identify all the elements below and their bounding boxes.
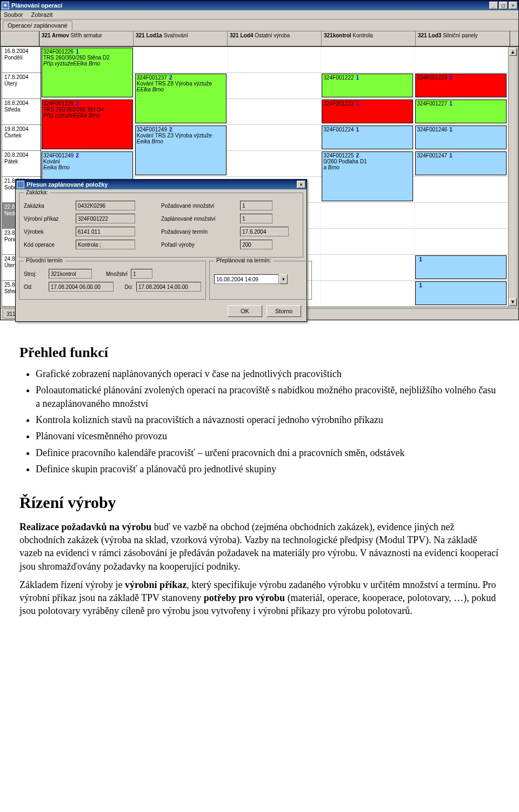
col-header[interactable]: 321 Lod4 Ostatní výroba	[228, 31, 322, 46]
field-opcode: Kontrola ;	[76, 240, 135, 249]
operation-block[interactable]: 324F0012461	[415, 126, 507, 149]
field-machine: 321kontrol	[49, 269, 92, 279]
document-body: Přehled funkcí Grafické zobrazení naplán…	[0, 320, 519, 649]
operation-block[interactable]: 324F0012241	[322, 126, 413, 149]
scroll-up-icon[interactable]: ▲	[509, 48, 517, 56]
field-planned-qty: 1	[240, 214, 272, 223]
planning-app-window: ✦ Plánování operací _ □ × Soubor Zobrazi…	[0, 0, 519, 320]
row-header[interactable]: 20.8.2004Pátek	[2, 151, 41, 177]
dialog-close-button[interactable]: ×	[297, 181, 305, 188]
operation-block[interactable]: 324F0012282TRS 260/350/260 Štít D4Příp.v…	[42, 100, 133, 149]
dialog-titlebar: Přesun zaplánované položky ×	[16, 180, 307, 189]
list-item: Definice pracovního kalendáře pracovišť …	[36, 446, 500, 459]
datetime-picker[interactable]: 16.08.2004 14:09 ▾	[214, 274, 288, 284]
field-product: 6141 011	[76, 227, 135, 236]
operation-block[interactable]: 324F0012231	[415, 74, 507, 97]
chevron-down-icon[interactable]: ▾	[279, 274, 288, 284]
operation-block[interactable]: 324F0012492Kování TRS Z3 Výroba výztužeE…	[135, 126, 227, 175]
label-product: Výrobek	[24, 229, 72, 235]
operation-block[interactable]: 324F0012372Kování TRS Z8 Výroba výztužeE…	[135, 74, 227, 123]
list-item: Poloautomatické plánování zvolených oper…	[36, 384, 500, 410]
col-header[interactable]: 321kontrol Kontrola	[322, 31, 416, 46]
menubar: Soubor Zobrazit	[1, 10, 518, 19]
operation-block[interactable]: 324F0012261TRS 260/350/260 Stěna D2Příp.…	[42, 48, 133, 97]
label-req-qty: Požadované množství	[161, 203, 237, 209]
window-title: Plánování operací	[11, 2, 489, 9]
ok-button[interactable]: OK	[228, 305, 262, 317]
dialog-title: Přesun zaplánované položky	[26, 181, 297, 188]
move-planned-item-dialog: Přesun zaplánované položky × Zakázka: Za…	[15, 179, 307, 322]
group-order: Zakázka: Zakázka 0432K0296 Výrobní příka…	[19, 193, 303, 258]
column-headers: 321 Armov Stříh armatur 321 Lod1a Svařov…	[1, 31, 518, 47]
paragraph: Realizace požadavků na výrobu buď ve vaz…	[19, 520, 500, 573]
header-corner	[1, 31, 39, 46]
operation-block[interactable]: 324F0012271	[415, 100, 507, 123]
app-icon: ✦	[2, 2, 9, 9]
field-prod-order: 324F001222	[76, 214, 135, 223]
heading-overview: Přehled funkcí	[19, 343, 500, 362]
cancel-button[interactable]: Storno	[267, 305, 301, 317]
col-header[interactable]: 321 Armov Stříh armatur	[39, 31, 134, 46]
operation-block[interactable]: 1	[415, 281, 507, 305]
list-item: Plánovaní vícesměnného provozu	[36, 430, 500, 443]
scroll-down-icon[interactable]: ▼	[509, 298, 517, 306]
group-replan-legend: Přeplánovat na termín:	[214, 258, 273, 263]
operation-block[interactable]: 324F0012471	[415, 151, 507, 175]
operation-block[interactable]: 324F0012231	[322, 100, 413, 123]
field-order: 0432K0296	[76, 201, 135, 210]
field-order-seq: 200	[240, 240, 272, 249]
field-to: 17.08.2004 14.00.00	[136, 282, 201, 292]
vertical-scrollbar[interactable]: ▲ ▼	[508, 47, 517, 307]
list-item: Definice skupin pracovišť a plánovačů pr…	[36, 463, 500, 476]
header-scroll-gutter	[510, 31, 518, 46]
label-prod-order: Výrobní příkaz	[24, 216, 72, 222]
paragraph: Základem řízení výroby je výrobní příkaz…	[19, 578, 500, 618]
label-to: Do:	[117, 284, 133, 290]
row-header[interactable]: 18.8.2004Středa	[2, 99, 41, 125]
label-machine: Stroj:	[24, 271, 45, 277]
minimize-button[interactable]: _	[489, 2, 498, 9]
field-qty: 1	[131, 269, 152, 279]
operation-block[interactable]: 324F00122520/260 Podlaha D1a Brno	[322, 151, 413, 201]
feature-list: Grafické zobrazení naplánovaných operací…	[36, 367, 500, 476]
group-original-legend: Původní termín	[24, 258, 65, 263]
label-qty: Množství	[95, 271, 128, 277]
group-order-legend: Zakázka:	[24, 189, 50, 195]
field-from: 17.08.2004 06.00.00	[49, 282, 114, 292]
schedule-grid: 16.8.2004Pondělí 17.8.2004Úterý 18.8.200…	[2, 47, 517, 307]
field-req-qty: 1	[240, 201, 272, 210]
menu-file[interactable]: Soubor	[4, 11, 23, 18]
row-header[interactable]: 16.8.2004Pondělí	[2, 47, 41, 73]
tab-operations-planned[interactable]: Operace/ zaplánované	[3, 21, 72, 30]
row-header[interactable]: 17.8.2004Úterý	[2, 73, 41, 99]
operation-block[interactable]: 1	[415, 255, 507, 279]
menu-view[interactable]: Zobrazit	[31, 11, 53, 18]
group-original-term: Původní termín Stroj: 321kontrol Množstv…	[19, 261, 206, 300]
label-order: Zakázka	[24, 203, 72, 209]
toolbar-tabs: Operace/ zaplánované	[1, 19, 518, 31]
close-button[interactable]: ×	[509, 2, 517, 9]
label-opcode: Kód operace	[24, 242, 72, 248]
titlebar: ✦ Plánování operací _ □ ×	[1, 1, 518, 10]
field-new-term[interactable]: 16.08.2004 14:09	[214, 274, 279, 284]
list-item: Kontrola kolizních stavů na pracovištích…	[36, 413, 500, 426]
row-header[interactable]: 19.8.2004Čtvrtek	[2, 125, 41, 151]
col-header[interactable]: 321 Lod1a Svařování	[134, 31, 228, 46]
field-req-term: 17.6.2004	[240, 227, 289, 236]
label-order-seq: Pořadí výroby	[161, 242, 237, 248]
col-header[interactable]: 321 Lod3 Silniční panely	[416, 31, 510, 46]
group-replan: Přeplánovat na termín: 16.08.2004 14:09 …	[209, 261, 312, 300]
label-req-term: Požadovaný termín	[161, 229, 237, 235]
list-item: Grafické zobrazení naplánovaných operací…	[36, 367, 500, 380]
heading-section: Řízení výroby	[19, 492, 500, 514]
label-from: Od:	[24, 284, 45, 290]
label-planned-qty: Zaplánované množství	[161, 216, 237, 222]
dialog-icon	[17, 181, 24, 188]
maximize-button[interactable]: □	[499, 2, 508, 9]
operation-block[interactable]: 324F0012221	[322, 74, 413, 97]
